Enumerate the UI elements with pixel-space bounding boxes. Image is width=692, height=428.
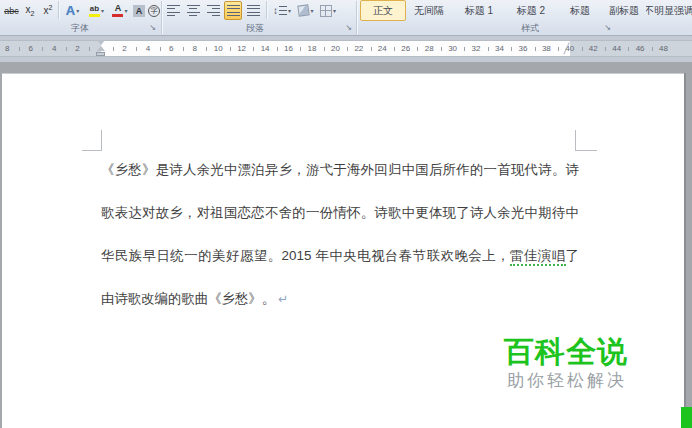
style-tile-6[interactable]: 副标题 — [601, 0, 647, 21]
text-effects-icon: A — [66, 3, 75, 18]
font-color-button[interactable]: A ▾ — [109, 1, 131, 20]
text-segment: 了 — [566, 248, 579, 263]
align-left-button[interactable] — [164, 1, 182, 20]
word-window: abc x2 x2 A ▾ ab ▾ A ▾ A — [0, 0, 692, 428]
hanging-indent-marker[interactable] — [97, 46, 105, 51]
ruler-tick — [160, 47, 161, 51]
text-line[interactable]: 华民族早日统一的美好愿望。2015 年中央电视台春节联欢晚会上，雷佳演唱了 — [101, 234, 579, 277]
divider — [58, 1, 59, 19]
ruler-tick — [488, 47, 489, 51]
highlight-icon: ab — [89, 4, 100, 17]
ruler-number: 2 — [75, 41, 79, 56]
enclose-character-icon: 字 — [148, 5, 160, 17]
ruler-tick — [300, 47, 301, 51]
watermark-title: 百科全说 — [504, 332, 628, 373]
character-shading-button[interactable]: A — [131, 1, 147, 20]
ruler-tick — [417, 47, 418, 51]
highlight-color-button[interactable]: ab ▾ — [85, 1, 108, 20]
chevron-down-icon: ▾ — [124, 8, 127, 14]
ruler-number: 38 — [542, 41, 551, 56]
ruler-number: 8 — [193, 41, 197, 56]
text-line[interactable]: 《乡愁》是诗人余光中漂泊异乡，游弋于海外回归中国后所作的一首现代诗。诗 — [101, 148, 579, 191]
superscript-icon: x2 — [44, 4, 53, 16]
text-effects-button[interactable]: A ▾ — [61, 1, 84, 20]
style-tile-5[interactable]: 标题 — [557, 0, 603, 21]
crop-mark-top-right — [576, 150, 597, 151]
justify-button[interactable] — [224, 1, 242, 20]
ruler-tick — [230, 47, 231, 51]
align-center-icon — [187, 5, 200, 16]
ruler-tick — [464, 47, 465, 51]
styles-dialog-launcher[interactable]: ↘ — [603, 23, 612, 32]
ruler-tick — [253, 47, 254, 51]
ruler-tick — [277, 47, 278, 51]
borders-button[interactable]: ▾ — [317, 1, 339, 20]
align-left-icon — [167, 5, 180, 16]
align-center-button[interactable] — [184, 1, 202, 20]
style-tile-4[interactable]: 标题 2 — [508, 0, 554, 21]
ruler-tick — [371, 47, 372, 51]
ribbon: abc x2 x2 A ▾ ab ▾ A ▾ A — [0, 0, 692, 36]
ruler-tick — [652, 47, 653, 51]
first-line-indent-marker[interactable] — [97, 40, 105, 45]
line-spacing-icon: ↕ — [273, 5, 287, 16]
style-tile-2[interactable]: 无间隔 — [406, 0, 452, 21]
left-indent-marker[interactable] — [96, 52, 105, 56]
align-right-icon — [207, 5, 220, 16]
document-area: 《乡愁》是诗人余光中漂泊异乡，游弋于海外回归中国后所作的一首现代诗。诗 歌表达对… — [0, 62, 692, 428]
enclose-character-button[interactable]: 字 — [146, 1, 162, 20]
ruler-tick — [42, 47, 43, 51]
divider — [266, 1, 267, 19]
ruler-tick — [441, 47, 442, 51]
style-tile-3[interactable]: 标题 1 — [456, 0, 502, 21]
strikethrough-button[interactable]: abc — [2, 1, 21, 20]
ruler-tick — [605, 47, 606, 51]
subscript-button[interactable]: x2 — [21, 1, 39, 20]
line-spacing-button[interactable]: ↕ ▾ — [270, 1, 294, 20]
ruler-number: 6 — [169, 41, 173, 56]
ruler-number: 18 — [308, 41, 317, 56]
ruler-number: 34 — [495, 41, 504, 56]
ruler-tick — [582, 47, 583, 51]
paragraph-mark-icon: ↵ — [278, 292, 288, 306]
ruler-number: 16 — [284, 41, 293, 56]
justify-icon — [227, 5, 240, 16]
chevron-down-icon: ▾ — [310, 8, 313, 14]
ruler-number: 26 — [401, 41, 410, 56]
ruler[interactable]: 8642246810121416182022242628303234363840… — [0, 36, 692, 62]
chevron-down-icon: ▾ — [101, 8, 104, 14]
text-line[interactable]: 由诗歌改编的歌曲《乡愁》。↵ — [101, 277, 579, 320]
ruler-number: 10 — [214, 41, 223, 56]
ruler-tick — [89, 47, 90, 51]
styles-group-label: 样式 — [470, 22, 590, 34]
text-line[interactable]: 歌表达对故乡，对祖国恋恋不舍的一份情怀。诗歌中更体现了诗人余光中期待中 — [101, 191, 579, 234]
group-divider — [161, 1, 162, 34]
group-divider — [356, 1, 357, 34]
watermark-corner-block — [681, 407, 692, 428]
chevron-down-icon: ▾ — [76, 8, 79, 14]
style-tile-7[interactable]: 不明显强调 — [646, 0, 692, 21]
font-dialog-launcher[interactable]: ↘ — [148, 23, 157, 32]
ruler-number: 6 — [28, 41, 32, 56]
ruler-tick — [394, 47, 395, 51]
style-tile-1[interactable]: 正文 — [360, 0, 406, 21]
font-color-icon: A — [112, 4, 123, 17]
align-right-button[interactable] — [204, 1, 222, 20]
distributed-button[interactable] — [244, 1, 262, 20]
paragraph-dialog-launcher[interactable]: ↘ — [344, 23, 353, 32]
ruler-number: 8 — [5, 41, 9, 56]
ruler-tick — [136, 47, 137, 51]
shading-button[interactable]: ▾ — [296, 1, 316, 20]
ruler-tick — [66, 47, 67, 51]
text-segment: 华民族早日统一的美好愿望。2015 年中央电视台春节联欢晚会上， — [101, 248, 510, 263]
strikethrough-icon: abc — [4, 6, 19, 16]
superscript-button[interactable]: x2 — [39, 1, 57, 20]
font-group-label: 字体 — [30, 22, 130, 34]
ruler-number: 36 — [518, 41, 527, 56]
ruler-tick — [183, 47, 184, 51]
ruler-number: 12 — [237, 41, 246, 56]
ruler-tick — [19, 47, 20, 51]
chevron-down-icon: ▾ — [333, 8, 336, 14]
subscript-icon: x2 — [26, 4, 35, 17]
ruler-number: 22 — [354, 41, 363, 56]
